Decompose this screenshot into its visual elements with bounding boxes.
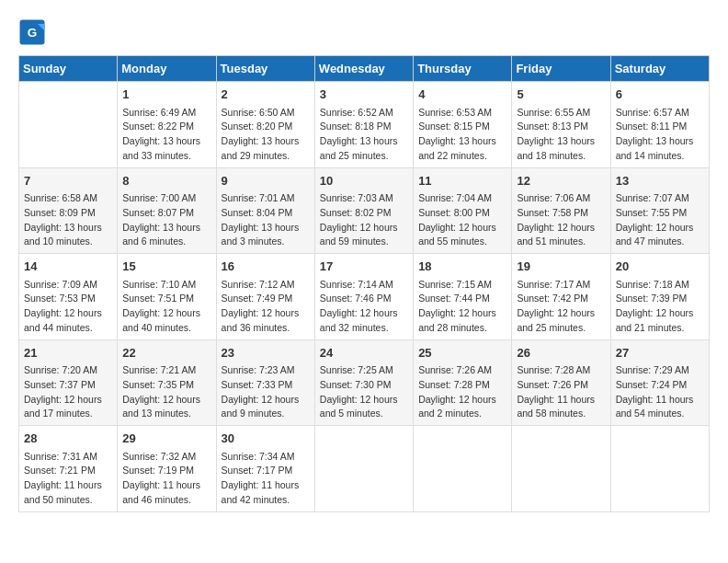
day-info: Sunrise: 7:17 AM Sunset: 7:42 PM Dayligh… (517, 278, 605, 336)
header-saturday: Saturday (610, 56, 709, 82)
day-number: 4 (418, 86, 506, 104)
calendar-cell: 29Sunrise: 7:32 AM Sunset: 7:19 PM Dayli… (118, 426, 216, 512)
header-wednesday: Wednesday (314, 56, 413, 82)
calendar-cell: 14Sunrise: 7:09 AM Sunset: 7:53 PM Dayli… (19, 254, 118, 340)
calendar-cell: 21Sunrise: 7:20 AM Sunset: 7:37 PM Dayli… (19, 339, 118, 426)
calendar-cell: 8Sunrise: 7:00 AM Sunset: 8:07 PM Daylig… (118, 167, 216, 254)
day-number: 10 (320, 172, 408, 190)
day-info: Sunrise: 7:14 AM Sunset: 7:46 PM Dayligh… (320, 278, 408, 336)
calendar-cell: 20Sunrise: 7:18 AM Sunset: 7:39 PM Dayli… (610, 254, 709, 340)
page-header: G (18, 18, 710, 46)
day-number: 6 (616, 86, 704, 104)
day-number: 21 (24, 344, 112, 362)
calendar-cell (314, 426, 413, 512)
calendar-cell: 15Sunrise: 7:10 AM Sunset: 7:51 PM Dayli… (118, 254, 216, 340)
logo-icon: G (18, 18, 46, 46)
calendar-cell (19, 82, 118, 168)
day-info: Sunrise: 7:34 AM Sunset: 7:17 PM Dayligh… (222, 450, 310, 508)
day-number: 19 (517, 258, 605, 276)
day-number: 26 (517, 344, 605, 362)
day-number: 24 (320, 344, 408, 362)
calendar-cell: 17Sunrise: 7:14 AM Sunset: 7:46 PM Dayli… (314, 254, 413, 340)
day-info: Sunrise: 7:31 AM Sunset: 7:21 PM Dayligh… (24, 450, 112, 508)
svg-text:G: G (28, 26, 38, 40)
calendar-cell: 9Sunrise: 7:01 AM Sunset: 8:04 PM Daylig… (216, 167, 314, 254)
day-number: 18 (418, 258, 506, 276)
day-info: Sunrise: 7:01 AM Sunset: 8:04 PM Dayligh… (222, 191, 310, 249)
calendar-cell (610, 426, 709, 512)
day-info: Sunrise: 7:07 AM Sunset: 7:55 PM Dayligh… (616, 191, 704, 249)
day-number: 30 (222, 430, 310, 448)
day-number: 27 (616, 344, 704, 362)
day-info: Sunrise: 7:29 AM Sunset: 7:24 PM Dayligh… (616, 363, 704, 421)
calendar-cell: 26Sunrise: 7:28 AM Sunset: 7:26 PM Dayli… (512, 339, 610, 426)
day-info: Sunrise: 6:50 AM Sunset: 8:20 PM Dayligh… (222, 106, 310, 164)
day-info: Sunrise: 7:23 AM Sunset: 7:33 PM Dayligh… (222, 363, 310, 421)
calendar-cell: 6Sunrise: 6:57 AM Sunset: 8:11 PM Daylig… (610, 82, 709, 168)
calendar-week-4: 21Sunrise: 7:20 AM Sunset: 7:37 PM Dayli… (19, 339, 710, 426)
day-number: 7 (24, 172, 112, 190)
calendar-week-1: 1Sunrise: 6:49 AM Sunset: 8:22 PM Daylig… (19, 82, 710, 168)
day-number: 20 (616, 258, 704, 276)
calendar-cell: 30Sunrise: 7:34 AM Sunset: 7:17 PM Dayli… (216, 426, 314, 512)
calendar-cell: 1Sunrise: 6:49 AM Sunset: 8:22 PM Daylig… (118, 82, 216, 168)
day-number: 1 (122, 86, 210, 104)
calendar-cell (512, 426, 610, 512)
day-info: Sunrise: 7:21 AM Sunset: 7:35 PM Dayligh… (122, 363, 210, 421)
day-info: Sunrise: 6:55 AM Sunset: 8:13 PM Dayligh… (517, 106, 605, 164)
day-number: 2 (222, 86, 310, 104)
calendar-cell: 18Sunrise: 7:15 AM Sunset: 7:44 PM Dayli… (414, 254, 512, 340)
calendar-cell: 11Sunrise: 7:04 AM Sunset: 8:00 PM Dayli… (414, 167, 512, 254)
day-info: Sunrise: 7:12 AM Sunset: 7:49 PM Dayligh… (222, 278, 310, 336)
day-info: Sunrise: 7:09 AM Sunset: 7:53 PM Dayligh… (24, 278, 112, 336)
calendar-cell: 5Sunrise: 6:55 AM Sunset: 8:13 PM Daylig… (512, 82, 610, 168)
calendar-cell: 2Sunrise: 6:50 AM Sunset: 8:20 PM Daylig… (216, 82, 314, 168)
calendar-cell: 10Sunrise: 7:03 AM Sunset: 8:02 PM Dayli… (314, 167, 413, 254)
day-number: 15 (122, 258, 210, 276)
calendar-cell: 16Sunrise: 7:12 AM Sunset: 7:49 PM Dayli… (216, 254, 314, 340)
logo: G (18, 18, 50, 46)
day-number: 13 (616, 172, 704, 190)
day-info: Sunrise: 7:28 AM Sunset: 7:26 PM Dayligh… (517, 363, 605, 421)
day-number: 22 (122, 344, 210, 362)
day-number: 28 (24, 430, 112, 448)
day-number: 5 (517, 86, 605, 104)
day-number: 23 (222, 344, 310, 362)
header-sunday: Sunday (19, 56, 118, 82)
day-number: 17 (320, 258, 408, 276)
calendar-cell: 19Sunrise: 7:17 AM Sunset: 7:42 PM Dayli… (512, 254, 610, 340)
day-info: Sunrise: 7:26 AM Sunset: 7:28 PM Dayligh… (418, 363, 506, 421)
day-info: Sunrise: 6:49 AM Sunset: 8:22 PM Dayligh… (122, 106, 210, 164)
day-number: 9 (222, 172, 310, 190)
calendar-cell: 27Sunrise: 7:29 AM Sunset: 7:24 PM Dayli… (610, 339, 709, 426)
day-info: Sunrise: 6:52 AM Sunset: 8:18 PM Dayligh… (320, 106, 408, 164)
calendar-cell: 24Sunrise: 7:25 AM Sunset: 7:30 PM Dayli… (314, 339, 413, 426)
calendar-cell: 23Sunrise: 7:23 AM Sunset: 7:33 PM Dayli… (216, 339, 314, 426)
calendar-cell: 3Sunrise: 6:52 AM Sunset: 8:18 PM Daylig… (314, 82, 413, 168)
calendar-cell: 4Sunrise: 6:53 AM Sunset: 8:15 PM Daylig… (414, 82, 512, 168)
day-number: 29 (122, 430, 210, 448)
calendar-header-row: SundayMondayTuesdayWednesdayThursdayFrid… (19, 56, 710, 82)
header-friday: Friday (512, 56, 610, 82)
calendar-cell (414, 426, 512, 512)
day-number: 16 (222, 258, 310, 276)
calendar-week-2: 7Sunrise: 6:58 AM Sunset: 8:09 PM Daylig… (19, 167, 710, 254)
header-tuesday: Tuesday (216, 56, 314, 82)
day-info: Sunrise: 7:06 AM Sunset: 7:58 PM Dayligh… (517, 191, 605, 249)
calendar-cell: 13Sunrise: 7:07 AM Sunset: 7:55 PM Dayli… (610, 167, 709, 254)
calendar-cell: 28Sunrise: 7:31 AM Sunset: 7:21 PM Dayli… (19, 426, 118, 512)
header-thursday: Thursday (414, 56, 512, 82)
header-monday: Monday (118, 56, 216, 82)
day-number: 12 (517, 172, 605, 190)
day-number: 3 (320, 86, 408, 104)
calendar-cell: 25Sunrise: 7:26 AM Sunset: 7:28 PM Dayli… (414, 339, 512, 426)
calendar-cell: 7Sunrise: 6:58 AM Sunset: 8:09 PM Daylig… (19, 167, 118, 254)
day-info: Sunrise: 7:15 AM Sunset: 7:44 PM Dayligh… (418, 278, 506, 336)
calendar-table: SundayMondayTuesdayWednesdayThursdayFrid… (18, 55, 710, 512)
day-info: Sunrise: 7:32 AM Sunset: 7:19 PM Dayligh… (122, 450, 210, 508)
calendar-cell: 12Sunrise: 7:06 AM Sunset: 7:58 PM Dayli… (512, 167, 610, 254)
day-number: 25 (418, 344, 506, 362)
day-info: Sunrise: 7:10 AM Sunset: 7:51 PM Dayligh… (122, 278, 210, 336)
calendar-cell: 22Sunrise: 7:21 AM Sunset: 7:35 PM Dayli… (118, 339, 216, 426)
day-info: Sunrise: 7:04 AM Sunset: 8:00 PM Dayligh… (418, 191, 506, 249)
